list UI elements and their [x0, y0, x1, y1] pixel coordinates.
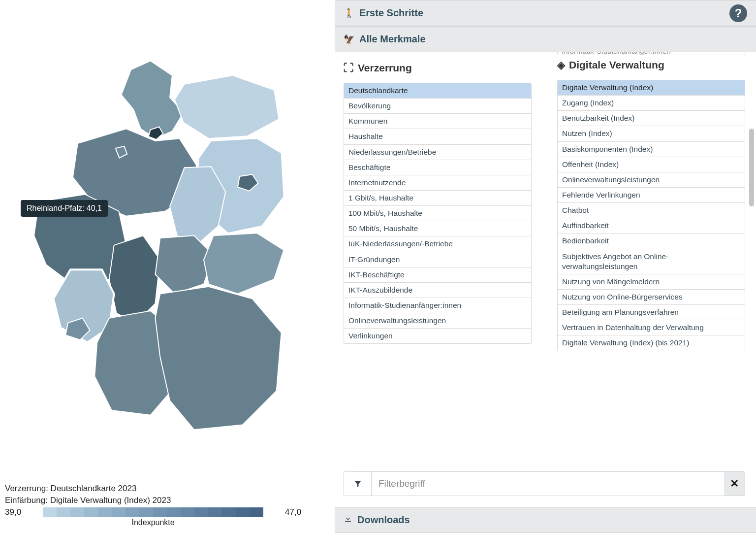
map-tooltip: Rheinland-Pfalz: 40,1	[21, 200, 108, 217]
list-item[interactable]: Deutschlandkarte	[344, 83, 531, 99]
panel-title: Erste Schritte	[359, 7, 423, 19]
state-schleswig-holstein[interactable]	[121, 61, 183, 139]
legend-label: Indexpunkte	[132, 518, 175, 527]
verzerrung-heading: ⛶ Verzerrung	[344, 62, 532, 74]
list-item[interactable]: Niederlassungen/Betriebe	[344, 145, 531, 160]
list-item[interactable]: Beschäftigte	[344, 160, 531, 175]
panel-title: Alle Merkmale	[359, 33, 426, 45]
digital-heading: ◈ Digitale Verwaltung	[557, 59, 745, 71]
filter-icon	[344, 472, 372, 496]
help-button[interactable]: ?	[729, 4, 747, 22]
list-item[interactable]: Informatik-Studienanfänger:innen	[344, 298, 531, 313]
list-item[interactable]: Bevölkerung	[344, 99, 531, 114]
walk-icon: 🚶	[344, 8, 354, 19]
list-item[interactable]: Digitale Verwaltung (Index) (bis 2021)	[558, 335, 745, 350]
state-bayern[interactable]	[155, 287, 281, 430]
list-item[interactable]: 50 Mbit/s, Haushalte	[344, 221, 531, 236]
download-icon	[344, 514, 352, 526]
list-item[interactable]: Chatbot	[558, 203, 745, 218]
meta-verzerrung: Verzerrung: Deutschlandkarte 2023	[5, 484, 335, 494]
list-item[interactable]: IT-Gründungen	[344, 252, 531, 267]
eagle-icon: 🦅	[344, 34, 354, 45]
panel-title: Downloads	[357, 514, 410, 526]
list-item[interactable]: Zugang (Index)	[558, 96, 745, 111]
map-legend: 39,0 Indexpunkte 47,0	[5, 507, 335, 527]
scrollbar[interactable]	[749, 129, 754, 206]
list-item[interactable]: Beteiligung am Planungsverfahren	[558, 305, 745, 320]
list-item[interactable]: Digitale Verwaltung (Index)	[558, 80, 745, 96]
list-item[interactable]: Auffindbarkeit	[558, 218, 745, 233]
legend-max: 47,0	[285, 507, 301, 517]
list-item[interactable]: Onlineverwaltungsleistungen	[344, 313, 531, 329]
list-item[interactable]: Basiskomponenten (Index)	[558, 142, 745, 157]
state-mecklenburg-vorpommern[interactable]	[175, 75, 279, 138]
list-item[interactable]: Haushalte	[344, 129, 531, 144]
list-item[interactable]: Onlineverwaltungsleistungen	[558, 172, 745, 188]
list-item[interactable]: Kommunen	[344, 114, 531, 129]
state-sachsen[interactable]	[204, 233, 284, 294]
list-item[interactable]: IKT-Auszubildende	[344, 283, 531, 298]
list-item[interactable]: IuK-Niederlassungen/-Betriebe	[344, 236, 531, 252]
map-meta: Verzerrung: Deutschlandkarte 2023 Einfär…	[5, 481, 335, 528]
choropleth-map[interactable]: Rheinland-Pfalz: 40,1	[5, 5, 335, 481]
list-item[interactable]: Bedienbarkeit	[558, 233, 745, 249]
distort-icon: ⛶	[344, 62, 354, 74]
list-item[interactable]: Subjektives Angebot an Online-verwaltung…	[558, 249, 745, 274]
list-item[interactable]: Verlinkungen	[344, 329, 531, 343]
list-item[interactable]: Benutzbarkeit (Index)	[558, 111, 745, 126]
list-item[interactable]: Offenheit (Index)	[558, 157, 745, 172]
list-item[interactable]: Internetnutzende	[344, 175, 531, 191]
list-item[interactable]: Fehlende Verlinkungen	[558, 188, 745, 203]
list-item[interactable]: Nutzen (Index)	[558, 126, 745, 141]
state-hessen[interactable]	[109, 235, 160, 323]
panel-downloads[interactable]: Downloads	[335, 507, 756, 533]
list-item[interactable]: Vertrauen in Datenhaltung der Verwaltung	[558, 320, 745, 335]
list-item[interactable]: Nutzung von Online-Bürgerservices	[558, 290, 745, 305]
paint-icon: ◈	[557, 59, 565, 71]
list-item[interactable]: 1 Gbit/s, Haushalte	[344, 191, 531, 206]
verzerrung-list: DeutschlandkarteBevölkerungKommunenHaush…	[344, 83, 532, 344]
legend-min: 39,0	[5, 507, 21, 517]
panel-erste-schritte[interactable]: 🚶 Erste Schritte ?	[335, 0, 756, 26]
list-item[interactable]: IKT-Beschäftigte	[344, 267, 531, 283]
filter-bar: ✕	[344, 471, 745, 496]
meta-einfaerbung: Einfärbung: Digitale Verwaltung (Index) …	[5, 496, 335, 505]
truncated-item[interactable]: Informatik-Studienanfänger:innen	[557, 52, 745, 55]
panel-alle-merkmale[interactable]: 🦅 Alle Merkmale	[335, 26, 756, 52]
filter-clear-button[interactable]: ✕	[724, 472, 745, 496]
digital-list: Digitale Verwaltung (Index)Zugang (Index…	[557, 80, 745, 351]
filter-input[interactable]	[372, 472, 724, 496]
list-item[interactable]: 100 Mbit/s, Haushalte	[344, 206, 531, 221]
list-item[interactable]: Nutzung von Mängelmeldern	[558, 274, 745, 290]
